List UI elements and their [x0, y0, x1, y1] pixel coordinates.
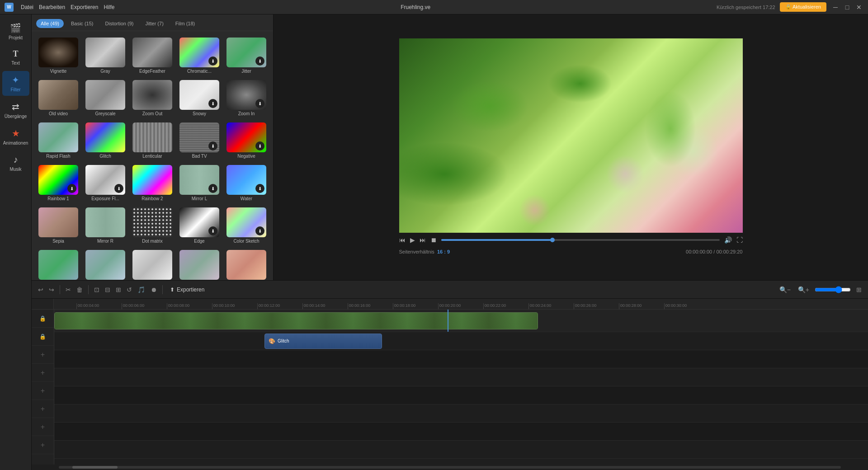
volume-btn[interactable]: 🔊	[724, 236, 732, 244]
filter-icon: ✦	[12, 75, 19, 85]
filter-item-dotmatrix[interactable]: Dot matrix	[130, 206, 175, 245]
filter-item-row5b[interactable]	[83, 248, 127, 280]
add-track-icon-5[interactable]: +	[41, 387, 45, 395]
menu-hilfe[interactable]: Hilfe	[104, 4, 114, 10]
win-close-btn[interactable]: ✕	[854, 4, 863, 11]
sidebar-item-text[interactable]: T Text	[2, 46, 29, 69]
download-btn-water[interactable]: ⬇	[255, 184, 264, 193]
split-btn[interactable]: ⊟	[103, 284, 112, 295]
playhead[interactable]	[448, 310, 448, 332]
download-btn-snowy[interactable]: ⬇	[208, 99, 217, 108]
download-btn-chromatic[interactable]: ⬇	[208, 56, 217, 66]
filter-item-negative[interactable]: ⬇Negative	[224, 121, 269, 160]
filter-item-sepia[interactable]: Sepia	[36, 206, 80, 245]
tab-all[interactable]: Alle (49)	[36, 19, 64, 28]
window-title: Fruehling.ve	[401, 4, 430, 10]
filter-item-rainbow2[interactable]: Rainbow 2	[130, 163, 175, 203]
filter-item-row5c[interactable]	[130, 248, 175, 280]
clip-video-main[interactable]	[54, 312, 538, 329]
sidebar-item-music[interactable]: ♪ Musik	[2, 151, 29, 175]
win-minimize-btn[interactable]: ─	[831, 4, 840, 11]
filter-item-zoomout[interactable]: Zoom Out	[130, 78, 175, 118]
sidebar-item-project[interactable]: 🎬 Projekt	[2, 19, 29, 44]
filter-item-rainbow1[interactable]: ⬇Rainbow 1	[36, 163, 80, 203]
zoom-in-btn[interactable]: 🔍+	[796, 284, 811, 295]
download-btn-colorsketch[interactable]: ⬇	[255, 226, 264, 235]
filter-item-lenticular[interactable]: Lenticular	[130, 121, 175, 160]
filter-item-vignette[interactable]: Vignette	[36, 36, 80, 75]
filter-item-edge[interactable]: ⬇Edge	[177, 206, 222, 245]
filter-item-mirrorr[interactable]: Mirror R	[83, 206, 127, 245]
tab-distortion[interactable]: Distortion (9)	[101, 19, 138, 28]
fit-btn[interactable]: ⊞	[854, 284, 863, 295]
filter-item-chromatic[interactable]: ⬇Chromatic...	[177, 36, 222, 75]
win-restore-btn[interactable]: □	[843, 4, 852, 11]
menu-datei[interactable]: Datei	[21, 4, 33, 10]
filter-item-snowy[interactable]: ⬇Snowy	[177, 78, 222, 118]
filter-item-row5a[interactable]	[36, 248, 80, 280]
tab-basic[interactable]: Basic (15)	[66, 19, 98, 28]
filter-item-jitter[interactable]: ⬇Jitter	[224, 36, 269, 75]
crop-btn[interactable]: ⊡	[92, 284, 101, 295]
download-btn-badtv[interactable]: ⬇	[208, 141, 217, 150]
update-button[interactable]: 🔒 Aktualisieren	[780, 2, 826, 12]
filter-item-oldvideo[interactable]: Old video	[36, 78, 80, 118]
stop-btn[interactable]: ⏹	[430, 236, 437, 244]
redo-btn[interactable]: ↪	[47, 284, 56, 295]
filter-item-glitch[interactable]: Glitch	[83, 121, 127, 160]
download-btn-negative[interactable]: ⬇	[255, 141, 264, 150]
download-btn-edge[interactable]: ⬇	[208, 226, 217, 235]
add-track-icon-6[interactable]: +	[41, 405, 45, 413]
download-btn-jitter[interactable]: ⬇	[255, 56, 264, 66]
download-btn-exposurefl[interactable]: ⬇	[114, 184, 123, 193]
delete-btn[interactable]: 🗑	[75, 284, 85, 295]
zoom-range[interactable]	[815, 286, 851, 293]
filter-item-greyscale[interactable]: Greyscale	[83, 78, 127, 118]
menu-bearbeiten[interactable]: Bearbeiten	[39, 4, 65, 10]
download-btn-rainbow1[interactable]: ⬇	[67, 184, 76, 193]
add-track-icon-4[interactable]: +	[41, 369, 45, 377]
ruler-mark: 00:00:04:00	[76, 303, 122, 309]
cut-btn[interactable]: ✂	[64, 284, 73, 295]
rotate-btn[interactable]: ↺	[125, 284, 134, 295]
zoom-out-btn[interactable]: 🔍−	[778, 284, 793, 295]
sidebar-item-animations[interactable]: ★ Animationen	[2, 124, 29, 149]
filter-item-mirrorl[interactable]: ⬇Mirror L	[177, 163, 222, 203]
sidebar-item-filter[interactable]: ✦ Filter	[2, 71, 29, 96]
add-track-icon-3[interactable]: +	[41, 351, 45, 359]
next-frame-btn[interactable]: ⏭	[420, 236, 426, 244]
download-btn-zoomin[interactable]: ⬇	[255, 99, 264, 108]
filter-item-edgefeather[interactable]: EdgeFeather	[130, 36, 175, 75]
tab-film[interactable]: Film (18)	[171, 19, 199, 28]
sidebar-item-transitions[interactable]: ⇄ Übergänge	[2, 98, 29, 122]
progress-bar[interactable]	[441, 239, 720, 241]
download-btn-mirrorl[interactable]: ⬇	[208, 184, 217, 193]
undo-btn[interactable]: ↩	[36, 284, 45, 295]
record-btn[interactable]: ⏺	[149, 284, 159, 295]
filter-item-rapidflash[interactable]: Rapid Flash	[36, 121, 80, 160]
export-button[interactable]: ⬆ Exportieren	[166, 285, 208, 295]
clip-glitch[interactable]: 🎨 Glitch	[264, 334, 382, 349]
filter-item-badtv[interactable]: ⬇Bad TV	[177, 121, 222, 160]
filter-name-mirrorr: Mirror R	[97, 239, 113, 244]
filter-item-gray[interactable]: Gray	[83, 36, 127, 75]
filter-item-zoomin[interactable]: ⬇Zoom In	[224, 78, 269, 118]
prev-frame-btn[interactable]: ⏮	[399, 236, 406, 244]
add-track-icon-8[interactable]: +	[41, 441, 45, 449]
timeline-hscrollbar-thumb[interactable]	[72, 466, 118, 469]
tab-jitter[interactable]: Jitter (7)	[141, 19, 168, 28]
add-track-icon-7[interactable]: +	[41, 423, 45, 431]
filter-item-colorsketch[interactable]: ⬇Color Sketch	[224, 206, 269, 245]
play-btn[interactable]: ▶	[410, 236, 415, 244]
merge-btn[interactable]: ⊞	[114, 284, 123, 295]
filter-item-exposurefl[interactable]: ⬇Exposure Fl...	[83, 163, 127, 203]
aspect-ratio-info: Seitenverhältnis 16 : 9	[399, 249, 450, 254]
timeline-hscrollbar[interactable]	[59, 466, 841, 469]
filter-item-row5d[interactable]	[177, 248, 222, 280]
filter-grid: VignetteGrayEdgeFeather⬇Chromatic...⬇Jit…	[32, 31, 273, 280]
fullscreen-btn[interactable]: ⛶	[736, 236, 743, 244]
audio-btn[interactable]: 🎵	[136, 284, 147, 295]
filter-item-row5e[interactable]	[224, 248, 269, 280]
filter-item-water[interactable]: ⬇Water	[224, 163, 269, 203]
menu-exportieren[interactable]: Exportieren	[71, 4, 98, 10]
